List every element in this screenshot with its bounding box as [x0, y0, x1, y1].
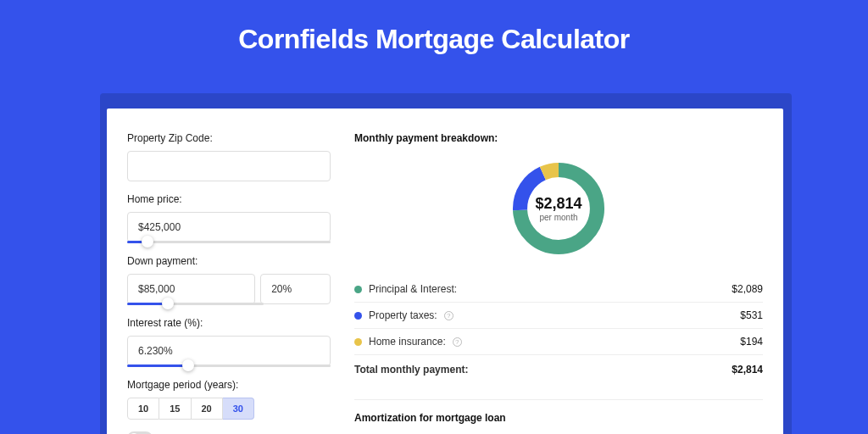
legend-insurance: Home insurance: ? $194	[354, 329, 763, 355]
down-payment-input[interactable]	[127, 274, 255, 304]
legend-value: $2,089	[732, 283, 763, 295]
zip-label: Property Zip Code:	[127, 132, 331, 144]
slider-thumb[interactable]	[162, 298, 174, 309]
down-payment-field: Down payment:	[127, 255, 331, 305]
interest-slider[interactable]	[127, 364, 331, 367]
down-payment-pct-input[interactable]	[260, 274, 331, 304]
amortization-section: Amortization for mortgage loan Amortizat…	[354, 399, 763, 434]
period-buttons: 10 15 20 30	[127, 398, 331, 420]
slider-thumb[interactable]	[182, 359, 194, 371]
down-payment-label: Down payment:	[127, 255, 331, 267]
period-field: Mortgage period (years): 10 15 20 30	[127, 379, 331, 420]
donut-chart-wrap: $2,814 per month	[354, 158, 763, 259]
dot-icon	[354, 286, 362, 293]
legend-value: $531	[740, 309, 763, 321]
total-label: Total monthly payment:	[354, 364, 468, 376]
interest-field: Interest rate (%):	[127, 317, 331, 367]
home-price-label: Home price:	[127, 193, 331, 205]
interest-input[interactable]	[127, 336, 331, 366]
home-price-field: Home price:	[127, 193, 331, 243]
down-payment-slider[interactable]	[127, 303, 264, 305]
amort-title: Amortization for mortgage loan	[354, 412, 763, 424]
interest-label: Interest rate (%):	[127, 317, 331, 329]
legend-label: Home insurance:	[369, 336, 446, 348]
period-10[interactable]: 10	[127, 398, 159, 420]
dot-icon	[354, 312, 362, 320]
legend-total: Total monthly payment: $2,814	[354, 355, 763, 382]
legend-principal: Principal & Interest: $2,089	[354, 276, 763, 303]
info-icon[interactable]: ?	[453, 337, 462, 347]
page-title: Cornfields Mortgage Calculator	[0, 0, 868, 75]
calculator-card: Property Zip Code: Home price: Down paym…	[107, 108, 783, 434]
slider-thumb[interactable]	[142, 236, 153, 248]
donut-amount: $2,814	[535, 195, 581, 213]
donut-chart: $2,814 per month	[508, 158, 609, 259]
total-value: $2,814	[732, 364, 763, 376]
period-20[interactable]: 20	[192, 398, 223, 420]
legend-label: Principal & Interest:	[369, 283, 457, 295]
period-15[interactable]: 15	[159, 398, 191, 420]
legend-taxes: Property taxes: ? $531	[354, 303, 763, 329]
info-icon[interactable]: ?	[444, 311, 453, 320]
donut-center: $2,814 per month	[508, 158, 609, 259]
inputs-column: Property Zip Code: Home price: Down paym…	[127, 132, 331, 434]
breakdown-title: Monthly payment breakdown:	[354, 132, 763, 144]
zip-field: Property Zip Code:	[127, 132, 331, 181]
period-30[interactable]: 30	[223, 398, 254, 420]
legend-label: Property taxes:	[369, 309, 437, 321]
dot-icon	[354, 338, 362, 346]
legend-value: $194	[740, 336, 763, 348]
zip-input[interactable]	[127, 151, 331, 181]
period-label: Mortgage period (years):	[127, 379, 331, 391]
breakdown-column: Monthly payment breakdown: $2,814 per mo…	[354, 132, 763, 434]
home-price-input[interactable]	[127, 212, 331, 242]
donut-sub: per month	[539, 213, 577, 222]
home-price-slider[interactable]	[127, 241, 331, 243]
